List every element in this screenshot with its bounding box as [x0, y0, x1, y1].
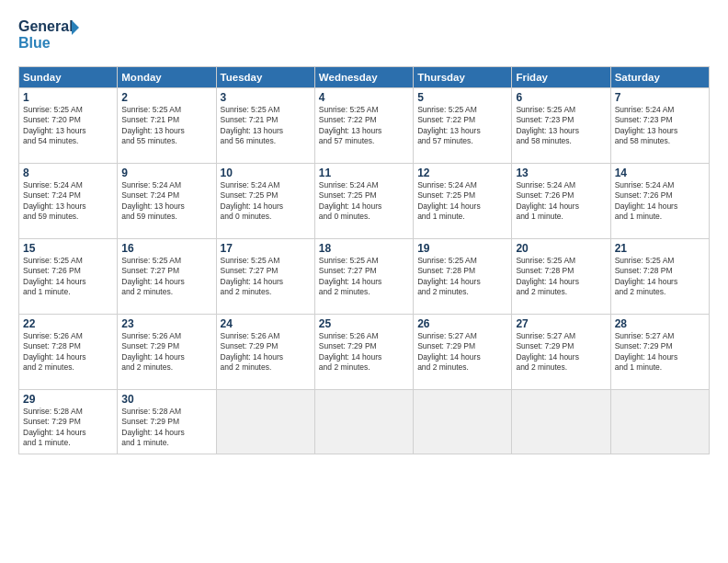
day-info: Sunrise: 5:24 AMSunset: 7:24 PMDaylight:… — [23, 180, 113, 223]
day-info: Sunrise: 5:28 AMSunset: 7:29 PMDaylight:… — [121, 407, 211, 449]
day-number: 8 — [23, 167, 113, 179]
day-number: 28 — [615, 317, 705, 330]
calendar-cell: 26Sunrise: 5:27 AMSunset: 7:29 PMDayligh… — [414, 315, 512, 390]
calendar-cell: 16Sunrise: 5:25 AMSunset: 7:27 PMDayligh… — [118, 239, 216, 315]
day-info: Sunrise: 5:25 AMSunset: 7:21 PMDaylight:… — [121, 105, 211, 147]
calendar-cell: 9Sunrise: 5:24 AMSunset: 7:24 PMDaylight… — [118, 164, 216, 239]
day-info: Sunrise: 5:26 AMSunset: 7:28 PMDaylight:… — [23, 331, 113, 373]
calendar-week-2: 8Sunrise: 5:24 AMSunset: 7:24 PMDaylight… — [19, 164, 710, 239]
svg-text:Blue: Blue — [18, 35, 51, 51]
calendar-cell — [216, 390, 314, 454]
day-number: 7 — [615, 91, 705, 104]
day-info: Sunrise: 5:28 AMSunset: 7:29 PMDaylight:… — [23, 407, 113, 449]
calendar-cell: 12Sunrise: 5:24 AMSunset: 7:25 PMDayligh… — [414, 164, 512, 239]
day-number: 18 — [319, 242, 409, 255]
calendar-week-1: 1Sunrise: 5:25 AMSunset: 7:20 PMDaylight… — [19, 88, 710, 164]
calendar-cell: 8Sunrise: 5:24 AMSunset: 7:24 PMDaylight… — [19, 164, 118, 239]
day-number: 12 — [417, 167, 507, 179]
calendar-table: SundayMondayTuesdayWednesdayThursdayFrid… — [18, 66, 710, 454]
day-info: Sunrise: 5:24 AMSunset: 7:26 PMDaylight:… — [615, 180, 705, 223]
calendar-cell: 30Sunrise: 5:28 AMSunset: 7:29 PMDayligh… — [118, 390, 216, 454]
day-number: 27 — [516, 317, 606, 330]
calendar-cell — [314, 390, 413, 454]
day-number: 23 — [121, 317, 211, 330]
day-info: Sunrise: 5:26 AMSunset: 7:29 PMDaylight:… — [319, 331, 409, 373]
calendar-cell: 23Sunrise: 5:26 AMSunset: 7:29 PMDayligh… — [118, 315, 216, 390]
calendar-cell: 6Sunrise: 5:25 AMSunset: 7:23 PMDaylight… — [512, 88, 610, 164]
day-info: Sunrise: 5:24 AMSunset: 7:24 PMDaylight:… — [121, 180, 211, 223]
day-info: Sunrise: 5:25 AMSunset: 7:27 PMDaylight:… — [121, 256, 211, 298]
day-number: 30 — [121, 393, 211, 406]
calendar-cell: 10Sunrise: 5:24 AMSunset: 7:25 PMDayligh… — [216, 164, 314, 239]
calendar-cell: 11Sunrise: 5:24 AMSunset: 7:25 PMDayligh… — [314, 164, 413, 239]
day-info: Sunrise: 5:25 AMSunset: 7:22 PMDaylight:… — [319, 105, 409, 147]
calendar-cell: 3Sunrise: 5:25 AMSunset: 7:21 PMDaylight… — [216, 88, 314, 164]
day-info: Sunrise: 5:25 AMSunset: 7:26 PMDaylight:… — [23, 256, 113, 298]
day-info: Sunrise: 5:24 AMSunset: 7:23 PMDaylight:… — [615, 105, 705, 147]
day-number: 17 — [221, 242, 311, 255]
day-number: 13 — [516, 167, 606, 179]
day-number: 16 — [121, 242, 211, 255]
calendar-cell — [610, 390, 709, 454]
day-info: Sunrise: 5:26 AMSunset: 7:29 PMDaylight:… — [221, 331, 311, 373]
calendar-cell: 15Sunrise: 5:25 AMSunset: 7:26 PMDayligh… — [19, 239, 118, 315]
day-number: 26 — [417, 317, 507, 330]
calendar-cell — [414, 390, 512, 454]
day-number: 3 — [221, 91, 311, 104]
day-info: Sunrise: 5:24 AMSunset: 7:26 PMDaylight:… — [516, 180, 606, 223]
calendar-cell: 17Sunrise: 5:25 AMSunset: 7:27 PMDayligh… — [216, 239, 314, 315]
day-number: 15 — [23, 242, 113, 255]
logo: GeneralBlue — [18, 15, 83, 55]
day-info: Sunrise: 5:25 AMSunset: 7:27 PMDaylight:… — [319, 256, 409, 298]
calendar-body: 1Sunrise: 5:25 AMSunset: 7:20 PMDaylight… — [19, 88, 710, 454]
day-info: Sunrise: 5:24 AMSunset: 7:25 PMDaylight:… — [417, 180, 507, 223]
day-info: Sunrise: 5:25 AMSunset: 7:22 PMDaylight:… — [417, 105, 507, 147]
calendar-week-4: 22Sunrise: 5:26 AMSunset: 7:28 PMDayligh… — [19, 315, 710, 390]
day-info: Sunrise: 5:25 AMSunset: 7:23 PMDaylight:… — [516, 105, 606, 147]
day-number: 24 — [221, 317, 311, 330]
weekday-tuesday: Tuesday — [216, 67, 314, 88]
day-number: 21 — [615, 242, 705, 255]
calendar-cell: 20Sunrise: 5:25 AMSunset: 7:28 PMDayligh… — [512, 239, 610, 315]
calendar-cell: 5Sunrise: 5:25 AMSunset: 7:22 PMDaylight… — [414, 88, 512, 164]
calendar-cell: 21Sunrise: 5:25 AMSunset: 7:28 PMDayligh… — [610, 239, 709, 315]
day-info: Sunrise: 5:25 AMSunset: 7:28 PMDaylight:… — [516, 256, 606, 298]
calendar-cell: 2Sunrise: 5:25 AMSunset: 7:21 PMDaylight… — [118, 88, 216, 164]
calendar-week-5: 29Sunrise: 5:28 AMSunset: 7:29 PMDayligh… — [19, 390, 710, 454]
calendar-cell: 14Sunrise: 5:24 AMSunset: 7:26 PMDayligh… — [610, 164, 709, 239]
day-info: Sunrise: 5:25 AMSunset: 7:28 PMDaylight:… — [417, 256, 507, 298]
calendar-cell: 22Sunrise: 5:26 AMSunset: 7:28 PMDayligh… — [19, 315, 118, 390]
weekday-monday: Monday — [118, 67, 216, 88]
day-info: Sunrise: 5:25 AMSunset: 7:28 PMDaylight:… — [615, 256, 705, 298]
calendar-cell: 27Sunrise: 5:27 AMSunset: 7:29 PMDayligh… — [512, 315, 610, 390]
calendar-cell: 19Sunrise: 5:25 AMSunset: 7:28 PMDayligh… — [414, 239, 512, 315]
day-number: 6 — [516, 91, 606, 104]
svg-text:General: General — [18, 18, 74, 34]
day-number: 11 — [319, 167, 409, 179]
day-number: 10 — [221, 167, 311, 179]
calendar-cell — [512, 390, 610, 454]
weekday-friday: Friday — [512, 67, 610, 88]
day-info: Sunrise: 5:27 AMSunset: 7:29 PMDaylight:… — [417, 331, 507, 373]
svg-marker-2 — [72, 20, 79, 35]
day-info: Sunrise: 5:24 AMSunset: 7:25 PMDaylight:… — [319, 180, 409, 223]
header: GeneralBlue — [18, 15, 710, 55]
calendar-cell: 18Sunrise: 5:25 AMSunset: 7:27 PMDayligh… — [314, 239, 413, 315]
calendar-cell: 4Sunrise: 5:25 AMSunset: 7:22 PMDaylight… — [314, 88, 413, 164]
calendar-cell: 1Sunrise: 5:25 AMSunset: 7:20 PMDaylight… — [19, 88, 118, 164]
day-info: Sunrise: 5:25 AMSunset: 7:21 PMDaylight:… — [221, 105, 311, 147]
weekday-header-row: SundayMondayTuesdayWednesdayThursdayFrid… — [19, 67, 710, 88]
day-number: 9 — [121, 167, 211, 179]
logo-svg: GeneralBlue — [18, 15, 83, 55]
calendar-cell: 29Sunrise: 5:28 AMSunset: 7:29 PMDayligh… — [19, 390, 118, 454]
calendar-week-3: 15Sunrise: 5:25 AMSunset: 7:26 PMDayligh… — [19, 239, 710, 315]
weekday-saturday: Saturday — [610, 67, 709, 88]
day-info: Sunrise: 5:27 AMSunset: 7:29 PMDaylight:… — [615, 331, 705, 373]
weekday-wednesday: Wednesday — [314, 67, 413, 88]
page: GeneralBlue SundayMondayTuesdayWednesday… — [0, 0, 728, 563]
day-info: Sunrise: 5:25 AMSunset: 7:20 PMDaylight:… — [23, 105, 113, 147]
day-number: 20 — [516, 242, 606, 255]
day-info: Sunrise: 5:25 AMSunset: 7:27 PMDaylight:… — [221, 256, 311, 298]
day-number: 29 — [23, 393, 113, 406]
day-number: 14 — [615, 167, 705, 179]
